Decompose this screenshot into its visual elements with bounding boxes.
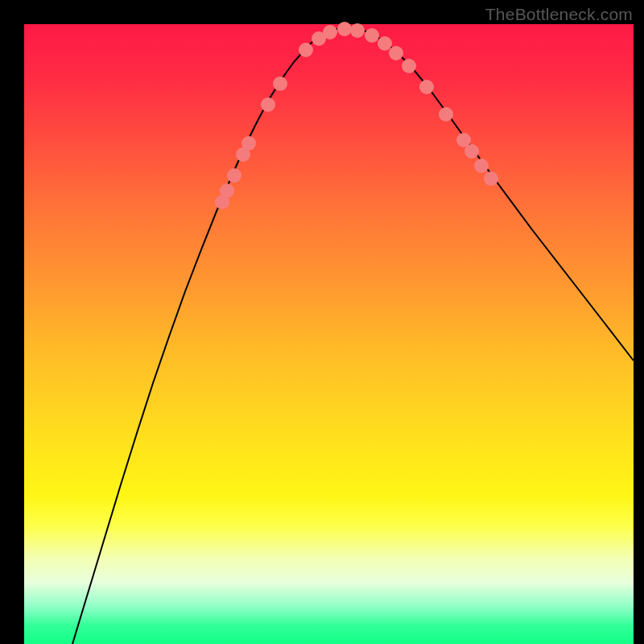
data-marker bbox=[299, 43, 313, 57]
chart-svg bbox=[24, 24, 634, 644]
data-marker bbox=[474, 159, 489, 173]
data-marker bbox=[464, 144, 479, 159]
data-marker bbox=[261, 97, 275, 112]
data-marker bbox=[227, 168, 242, 183]
chart-plot-area bbox=[24, 24, 634, 644]
bottleneck-curve bbox=[72, 28, 634, 644]
data-marker bbox=[273, 76, 287, 91]
data-marker bbox=[365, 28, 379, 43]
data-marker bbox=[323, 25, 337, 39]
data-marker bbox=[350, 23, 365, 38]
watermark-text: TheBottleneck.com bbox=[485, 5, 633, 24]
marker-group bbox=[215, 22, 498, 209]
data-marker bbox=[378, 36, 392, 51]
data-marker bbox=[389, 46, 403, 60]
data-marker bbox=[402, 59, 416, 73]
data-marker bbox=[242, 136, 256, 151]
data-marker bbox=[439, 107, 453, 122]
data-marker bbox=[484, 171, 498, 186]
data-marker bbox=[419, 80, 434, 94]
data-marker bbox=[220, 184, 234, 198]
data-marker bbox=[337, 22, 352, 36]
